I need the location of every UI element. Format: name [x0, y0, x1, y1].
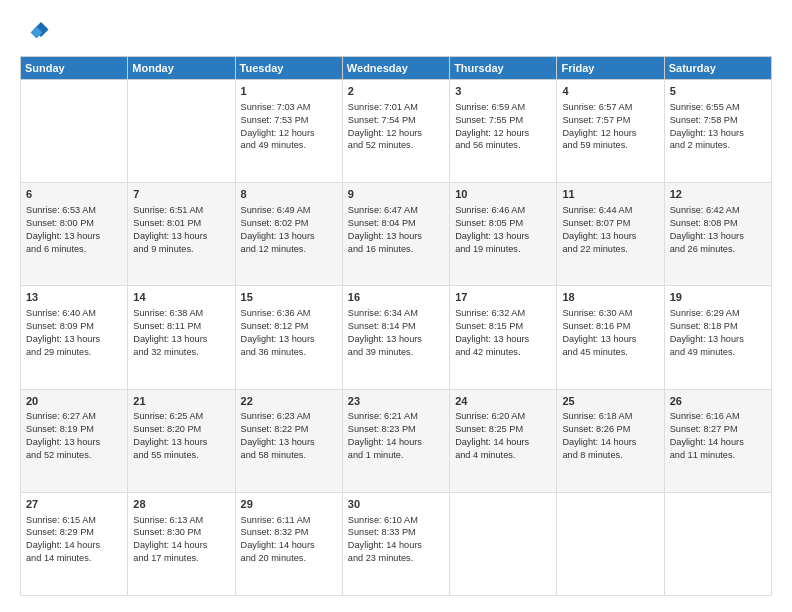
day-info: Sunrise: 6:46 AM Sunset: 8:05 PM Dayligh… — [455, 204, 551, 256]
day-header-tuesday: Tuesday — [235, 57, 342, 80]
day-cell — [128, 80, 235, 183]
day-cell: 19Sunrise: 6:29 AM Sunset: 8:18 PM Dayli… — [664, 286, 771, 389]
day-info: Sunrise: 6:49 AM Sunset: 8:02 PM Dayligh… — [241, 204, 337, 256]
day-cell: 20Sunrise: 6:27 AM Sunset: 8:19 PM Dayli… — [21, 389, 128, 492]
day-info: Sunrise: 6:53 AM Sunset: 8:00 PM Dayligh… — [26, 204, 122, 256]
day-cell: 9Sunrise: 6:47 AM Sunset: 8:04 PM Daylig… — [342, 183, 449, 286]
day-number: 5 — [670, 84, 766, 99]
day-header-wednesday: Wednesday — [342, 57, 449, 80]
day-info: Sunrise: 6:47 AM Sunset: 8:04 PM Dayligh… — [348, 204, 444, 256]
day-info: Sunrise: 6:34 AM Sunset: 8:14 PM Dayligh… — [348, 307, 444, 359]
day-number: 26 — [670, 394, 766, 409]
day-number: 16 — [348, 290, 444, 305]
day-cell: 22Sunrise: 6:23 AM Sunset: 8:22 PM Dayli… — [235, 389, 342, 492]
day-info: Sunrise: 6:44 AM Sunset: 8:07 PM Dayligh… — [562, 204, 658, 256]
day-cell: 24Sunrise: 6:20 AM Sunset: 8:25 PM Dayli… — [450, 389, 557, 492]
day-number: 20 — [26, 394, 122, 409]
day-cell: 23Sunrise: 6:21 AM Sunset: 8:23 PM Dayli… — [342, 389, 449, 492]
day-info: Sunrise: 6:27 AM Sunset: 8:19 PM Dayligh… — [26, 410, 122, 462]
day-number: 2 — [348, 84, 444, 99]
day-info: Sunrise: 6:40 AM Sunset: 8:09 PM Dayligh… — [26, 307, 122, 359]
calendar-table: SundayMondayTuesdayWednesdayThursdayFrid… — [20, 56, 772, 596]
day-cell: 17Sunrise: 6:32 AM Sunset: 8:15 PM Dayli… — [450, 286, 557, 389]
day-info: Sunrise: 6:51 AM Sunset: 8:01 PM Dayligh… — [133, 204, 229, 256]
day-cell: 30Sunrise: 6:10 AM Sunset: 8:33 PM Dayli… — [342, 492, 449, 595]
day-info: Sunrise: 6:25 AM Sunset: 8:20 PM Dayligh… — [133, 410, 229, 462]
day-info: Sunrise: 6:23 AM Sunset: 8:22 PM Dayligh… — [241, 410, 337, 462]
day-info: Sunrise: 6:13 AM Sunset: 8:30 PM Dayligh… — [133, 514, 229, 566]
day-number: 3 — [455, 84, 551, 99]
day-cell: 13Sunrise: 6:40 AM Sunset: 8:09 PM Dayli… — [21, 286, 128, 389]
day-number: 1 — [241, 84, 337, 99]
day-number: 22 — [241, 394, 337, 409]
day-info: Sunrise: 6:42 AM Sunset: 8:08 PM Dayligh… — [670, 204, 766, 256]
day-number: 13 — [26, 290, 122, 305]
day-number: 9 — [348, 187, 444, 202]
day-number: 27 — [26, 497, 122, 512]
day-number: 11 — [562, 187, 658, 202]
day-cell: 18Sunrise: 6:30 AM Sunset: 8:16 PM Dayli… — [557, 286, 664, 389]
day-cell: 16Sunrise: 6:34 AM Sunset: 8:14 PM Dayli… — [342, 286, 449, 389]
day-number: 19 — [670, 290, 766, 305]
week-row-4: 27Sunrise: 6:15 AM Sunset: 8:29 PM Dayli… — [21, 492, 772, 595]
day-header-saturday: Saturday — [664, 57, 771, 80]
week-row-2: 13Sunrise: 6:40 AM Sunset: 8:09 PM Dayli… — [21, 286, 772, 389]
day-header-friday: Friday — [557, 57, 664, 80]
day-cell: 3Sunrise: 6:59 AM Sunset: 7:55 PM Daylig… — [450, 80, 557, 183]
day-number: 4 — [562, 84, 658, 99]
day-number: 10 — [455, 187, 551, 202]
day-info: Sunrise: 6:21 AM Sunset: 8:23 PM Dayligh… — [348, 410, 444, 462]
header — [20, 16, 772, 46]
day-number: 24 — [455, 394, 551, 409]
day-cell — [557, 492, 664, 595]
day-info: Sunrise: 6:10 AM Sunset: 8:33 PM Dayligh… — [348, 514, 444, 566]
day-info: Sunrise: 6:55 AM Sunset: 7:58 PM Dayligh… — [670, 101, 766, 153]
day-cell — [664, 492, 771, 595]
day-number: 28 — [133, 497, 229, 512]
day-cell: 25Sunrise: 6:18 AM Sunset: 8:26 PM Dayli… — [557, 389, 664, 492]
day-cell: 15Sunrise: 6:36 AM Sunset: 8:12 PM Dayli… — [235, 286, 342, 389]
day-number: 7 — [133, 187, 229, 202]
day-cell: 4Sunrise: 6:57 AM Sunset: 7:57 PM Daylig… — [557, 80, 664, 183]
day-header-thursday: Thursday — [450, 57, 557, 80]
day-number: 25 — [562, 394, 658, 409]
day-number: 18 — [562, 290, 658, 305]
day-info: Sunrise: 6:29 AM Sunset: 8:18 PM Dayligh… — [670, 307, 766, 359]
day-number: 21 — [133, 394, 229, 409]
day-header-sunday: Sunday — [21, 57, 128, 80]
day-cell: 5Sunrise: 6:55 AM Sunset: 7:58 PM Daylig… — [664, 80, 771, 183]
day-cell: 6Sunrise: 6:53 AM Sunset: 8:00 PM Daylig… — [21, 183, 128, 286]
day-number: 6 — [26, 187, 122, 202]
page: SundayMondayTuesdayWednesdayThursdayFrid… — [0, 0, 792, 612]
day-cell — [21, 80, 128, 183]
day-cell: 1Sunrise: 7:03 AM Sunset: 7:53 PM Daylig… — [235, 80, 342, 183]
day-cell: 28Sunrise: 6:13 AM Sunset: 8:30 PM Dayli… — [128, 492, 235, 595]
day-cell: 14Sunrise: 6:38 AM Sunset: 8:11 PM Dayli… — [128, 286, 235, 389]
day-cell: 11Sunrise: 6:44 AM Sunset: 8:07 PM Dayli… — [557, 183, 664, 286]
week-row-1: 6Sunrise: 6:53 AM Sunset: 8:00 PM Daylig… — [21, 183, 772, 286]
day-info: Sunrise: 7:03 AM Sunset: 7:53 PM Dayligh… — [241, 101, 337, 153]
day-cell: 2Sunrise: 7:01 AM Sunset: 7:54 PM Daylig… — [342, 80, 449, 183]
day-cell: 26Sunrise: 6:16 AM Sunset: 8:27 PM Dayli… — [664, 389, 771, 492]
day-cell: 21Sunrise: 6:25 AM Sunset: 8:20 PM Dayli… — [128, 389, 235, 492]
day-info: Sunrise: 6:16 AM Sunset: 8:27 PM Dayligh… — [670, 410, 766, 462]
day-info: Sunrise: 6:15 AM Sunset: 8:29 PM Dayligh… — [26, 514, 122, 566]
week-row-0: 1Sunrise: 7:03 AM Sunset: 7:53 PM Daylig… — [21, 80, 772, 183]
day-number: 30 — [348, 497, 444, 512]
day-cell — [450, 492, 557, 595]
day-number: 15 — [241, 290, 337, 305]
day-info: Sunrise: 6:20 AM Sunset: 8:25 PM Dayligh… — [455, 410, 551, 462]
day-cell: 7Sunrise: 6:51 AM Sunset: 8:01 PM Daylig… — [128, 183, 235, 286]
day-header-monday: Monday — [128, 57, 235, 80]
day-number: 12 — [670, 187, 766, 202]
day-info: Sunrise: 7:01 AM Sunset: 7:54 PM Dayligh… — [348, 101, 444, 153]
day-info: Sunrise: 6:57 AM Sunset: 7:57 PM Dayligh… — [562, 101, 658, 153]
day-info: Sunrise: 6:30 AM Sunset: 8:16 PM Dayligh… — [562, 307, 658, 359]
day-number: 23 — [348, 394, 444, 409]
day-number: 8 — [241, 187, 337, 202]
day-cell: 12Sunrise: 6:42 AM Sunset: 8:08 PM Dayli… — [664, 183, 771, 286]
day-info: Sunrise: 6:59 AM Sunset: 7:55 PM Dayligh… — [455, 101, 551, 153]
day-info: Sunrise: 6:18 AM Sunset: 8:26 PM Dayligh… — [562, 410, 658, 462]
day-number: 14 — [133, 290, 229, 305]
day-cell: 29Sunrise: 6:11 AM Sunset: 8:32 PM Dayli… — [235, 492, 342, 595]
